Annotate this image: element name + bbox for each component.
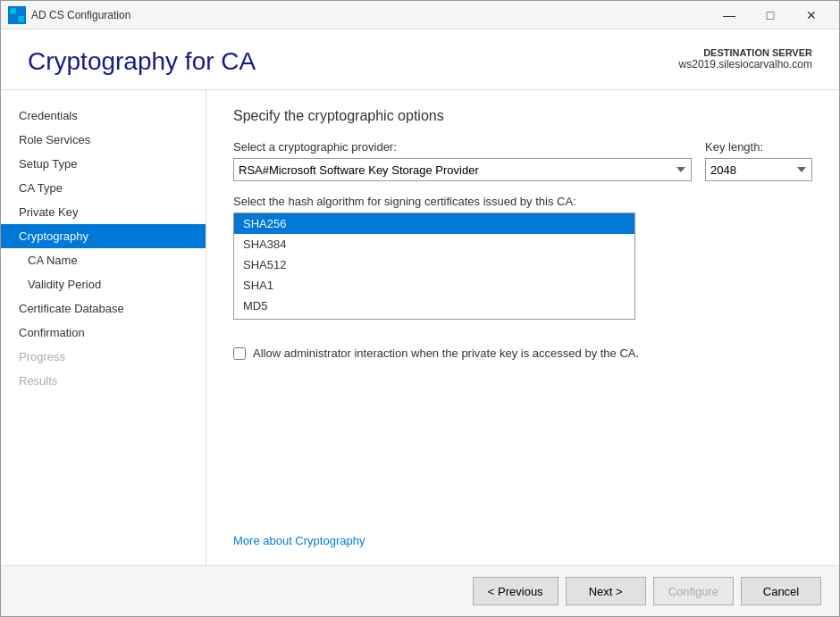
- window-controls: — □ ✕: [709, 1, 832, 29]
- hash-item-sha256[interactable]: SHA256: [234, 213, 634, 234]
- sidebar-item-role-services[interactable]: Role Services: [1, 128, 206, 152]
- sidebar-item-cert-database[interactable]: Certificate Database: [1, 296, 206, 321]
- more-about-cryptography-link[interactable]: More about Cryptography: [233, 534, 812, 547]
- app-icon: [8, 6, 26, 24]
- destination-server-label: DESTINATION SERVER: [679, 47, 812, 58]
- provider-select[interactable]: RSA#Microsoft Software Key Storage Provi…: [233, 158, 692, 181]
- admin-interaction-checkbox[interactable]: [233, 347, 246, 360]
- cancel-button[interactable]: Cancel: [741, 577, 821, 605]
- hash-item-md5[interactable]: MD5: [234, 296, 634, 316]
- next-button[interactable]: Next >: [566, 577, 646, 605]
- key-length-container: Key length: 1024 2048 4096: [705, 140, 812, 181]
- close-button[interactable]: ✕: [791, 1, 832, 29]
- key-length-label: Key length:: [705, 140, 812, 154]
- hash-item-sha512[interactable]: SHA512: [234, 254, 634, 275]
- sidebar-item-results: Results: [1, 369, 206, 393]
- provider-label: Select a cryptographic provider:: [233, 140, 692, 154]
- provider-container: Select a cryptographic provider: RSA#Mic…: [233, 140, 692, 181]
- sidebar-item-private-key[interactable]: Private Key: [1, 200, 206, 224]
- sidebar: Credentials Role Services Setup Type CA …: [1, 90, 206, 565]
- admin-interaction-row: Allow administrator interaction when the…: [233, 346, 812, 360]
- footer: < Previous Next > Configure Cancel: [1, 565, 839, 616]
- svg-rect-3: [18, 16, 24, 22]
- hash-listbox[interactable]: SHA256 SHA384 SHA512 SHA1 MD5: [233, 213, 635, 320]
- hash-group: Select the hash algorithm for signing ce…: [233, 195, 812, 320]
- server-info: DESTINATION SERVER ws2019.silesiocarvalh…: [679, 47, 812, 71]
- sidebar-item-validity-period[interactable]: Validity Period: [1, 272, 206, 296]
- content-panel: Specify the cryptographic options Select…: [206, 90, 839, 565]
- sidebar-item-confirmation[interactable]: Confirmation: [1, 321, 206, 345]
- section-heading: Specify the cryptographic options: [233, 108, 812, 124]
- svg-rect-2: [10, 16, 16, 22]
- hash-item-sha384[interactable]: SHA384: [234, 234, 634, 254]
- configure-button[interactable]: Configure: [653, 577, 734, 605]
- svg-rect-1: [18, 8, 24, 14]
- previous-button[interactable]: < Previous: [473, 577, 559, 605]
- provider-key-row: Select a cryptographic provider: RSA#Mic…: [233, 140, 812, 181]
- sidebar-item-ca-type[interactable]: CA Type: [1, 176, 206, 200]
- minimize-button[interactable]: —: [709, 1, 750, 29]
- content-spacer: [233, 360, 812, 534]
- svg-rect-0: [10, 8, 16, 14]
- main-content: Credentials Role Services Setup Type CA …: [1, 90, 839, 565]
- window-title: AD CS Configuration: [31, 9, 709, 21]
- titlebar: AD CS Configuration — □ ✕: [1, 1, 839, 29]
- hash-label: Select the hash algorithm for signing ce…: [233, 195, 812, 208]
- provider-group: Select a cryptographic provider: RSA#Mic…: [233, 140, 812, 181]
- server-name: ws2019.silesiocarvalho.com: [679, 58, 812, 71]
- maximize-button[interactable]: □: [750, 1, 791, 29]
- sidebar-item-progress: Progress: [1, 345, 206, 369]
- sidebar-item-cryptography[interactable]: Cryptography: [1, 224, 206, 248]
- key-length-select[interactable]: 1024 2048 4096: [705, 158, 812, 181]
- admin-interaction-label: Allow administrator interaction when the…: [253, 346, 639, 360]
- window: AD CS Configuration — □ ✕ Cryptography f…: [0, 0, 840, 617]
- page-header: Cryptography for CA DESTINATION SERVER w…: [1, 29, 839, 90]
- page-title: Cryptography for CA: [28, 47, 256, 76]
- sidebar-item-ca-name[interactable]: CA Name: [1, 248, 206, 272]
- sidebar-item-setup-type[interactable]: Setup Type: [1, 152, 206, 176]
- sidebar-item-credentials[interactable]: Credentials: [1, 104, 206, 128]
- hash-item-sha1[interactable]: SHA1: [234, 275, 634, 296]
